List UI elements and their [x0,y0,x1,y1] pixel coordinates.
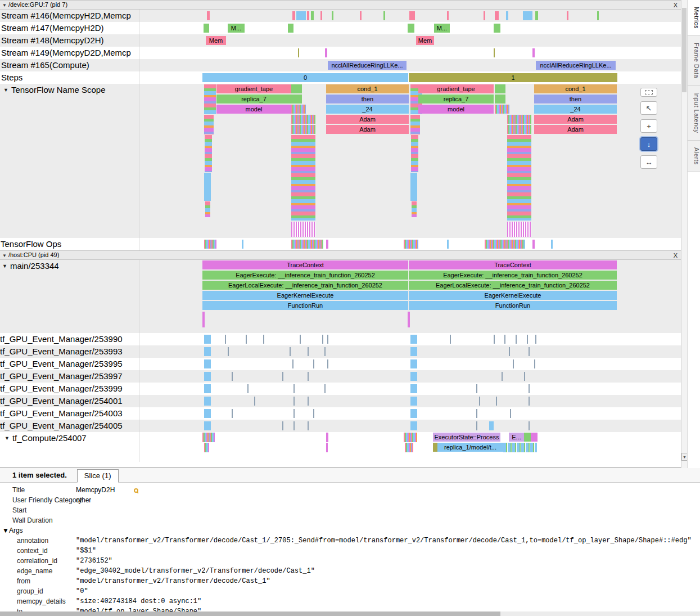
trace-event[interactable] [228,347,229,356]
row-track-stream-165[interactable]: ncclAllReduceRingLLKe...ncclAllReduceRin… [139,59,681,71]
trace-event[interactable] [324,347,326,356]
gpu-close-button[interactable]: X [674,1,678,10]
trace-event[interactable] [479,397,480,406]
trace-event-replica-7[interactable]: replica_7 [216,95,291,104]
trace-event[interactable] [290,347,291,356]
trace-event[interactable] [247,384,249,393]
trace-event[interactable] [232,372,233,381]
trace-event-replica-7[interactable]: replica_7 [418,95,494,104]
trace-event-adam[interactable]: Adam [534,125,617,134]
trace-event[interactable] [327,359,328,368]
trace-event-then[interactable]: then [326,95,409,104]
trace-event[interactable] [308,421,309,430]
trace-event[interactable] [204,347,211,356]
trace-event-tracecontext[interactable]: TraceContext [202,260,408,269]
trace-event[interactable] [327,335,328,344]
trace-event[interactable] [410,409,417,418]
trace-event[interactable] [524,372,525,381]
trace-event-eagerkernelexecute[interactable]: EagerKernelExecute [409,291,617,300]
trace-event[interactable] [516,335,517,344]
trace-event[interactable] [494,48,495,57]
trace-event[interactable] [529,347,530,356]
trace-event[interactable] [529,397,530,406]
trace-event[interactable] [204,335,211,344]
cpu-close-button[interactable]: X [674,251,678,260]
trace-event[interactable] [360,11,362,20]
trace-event[interactable] [567,11,568,20]
row-track-stream-146[interactable] [139,10,681,22]
trace-event[interactable] [300,335,301,344]
trace-event-m[interactable]: M... [228,24,245,33]
trace-event[interactable] [476,409,477,418]
vertical-scrollbar[interactable]: ▼ [681,0,687,468]
timing-tool[interactable]: ↔ [640,155,657,169]
cpu-section-header[interactable]: ▼/host:CPU (pid 49) X [0,250,681,260]
row-track-stream-149[interactable] [139,47,681,59]
trace-event[interactable] [510,409,511,418]
trace-event[interactable] [307,11,309,20]
row-track-event-253999[interactable] [139,383,681,395]
trace-event-eagerlocalexecute-inference-train-function-260252[interactable]: EagerLocalExecute: __inference_train_fun… [202,281,408,290]
trace-event[interactable] [232,409,233,418]
trace-event[interactable] [324,384,326,393]
trace-event[interactable] [496,397,497,406]
trace-event[interactable] [484,11,485,20]
trace-event[interactable] [433,443,437,452]
trace-event[interactable] [529,421,530,430]
trace-event[interactable] [204,384,211,393]
trace-event[interactable] [494,335,495,344]
trace-event-functionrun[interactable]: FunctionRun [202,301,408,310]
row-track-main-253344[interactable]: TraceContextTraceContextEagerExecute: __… [139,260,681,333]
trace-event-eagerkernelexecute[interactable]: EagerKernelExecute [202,291,408,300]
select-tool[interactable]: ↖ [640,101,657,115]
trace-event[interactable] [450,335,451,344]
row-track-event-254003[interactable] [139,407,681,420]
collapse-arrow-icon[interactable]: ▼ [2,253,7,258]
trace-event[interactable] [495,11,499,20]
horizontal-scrollbar[interactable] [0,611,700,616]
row-track-event-253990[interactable] [139,333,681,345]
side-tab-metrics[interactable]: Metrics [688,0,700,36]
trace-event[interactable] [204,372,211,381]
trace-event-mem[interactable]: Mem [206,36,226,45]
trace-event-eagerexecute-inference-train-function-260252[interactable]: EagerExecute: __inference_train_function… [409,271,617,280]
row-track-event-254001[interactable] [139,395,681,407]
trace-event-eagerlocalexecute-inference-train-function-260252[interactable]: EagerLocalExecute: __inference_train_fun… [409,281,617,290]
trace-event-0[interactable]: 0 [202,73,408,82]
row-track-event-253995[interactable] [139,358,681,370]
expand-arrow-icon[interactable]: ▼ [3,87,8,93]
trace-event[interactable] [293,384,295,393]
trace-event[interactable] [332,11,333,20]
row-track-steps[interactable]: 01 [139,71,681,84]
trace-event[interactable] [509,347,510,356]
trace-event-executorstate-process[interactable]: ExecutorState::Process [433,433,500,442]
row-label-tf-name-scope[interactable]: ▼TensorFlow Name Scope [0,84,139,238]
trace-event[interactable] [293,421,295,430]
trace-event-24[interactable]: _24 [326,105,409,114]
trace-event[interactable] [298,48,299,57]
trace-event[interactable] [535,11,538,20]
row-track-event-253997[interactable] [139,370,681,383]
trace-event[interactable] [532,48,535,57]
trace-event-ncclallreduceringllke[interactable]: ncclAllReduceRingLLKe... [536,61,616,70]
scrollbar-thumb[interactable] [682,8,687,92]
trace-event-gradient-tape[interactable]: gradient_tape [216,84,291,93]
trace-event[interactable] [204,359,211,368]
trace-event[interactable] [293,397,295,406]
trace-event[interactable] [529,384,530,393]
trace-event[interactable] [308,372,309,381]
side-tab-input-latency[interactable]: Input Latency [688,86,700,141]
trace-event[interactable] [531,433,538,442]
args-section-header[interactable]: ▼Args [0,525,700,536]
zoom-tool[interactable]: ↓ [640,137,657,151]
trace-event[interactable] [288,24,293,33]
trace-event[interactable] [204,397,211,406]
row-track-stream-148[interactable]: MemMem [139,34,681,47]
row-track-tf-compute-254007[interactable]: ExecutorState::ProcessE...replica_1/mode… [139,432,681,462]
trace-event[interactable] [308,347,309,356]
trace-event[interactable] [282,372,283,381]
magnifier-icon[interactable] [134,488,138,493]
trace-event[interactable] [597,11,599,20]
trace-event-replica-1-model-t[interactable]: replica_1/model/t... [437,443,503,452]
row-label-main-253344[interactable]: ▼main/253344 [0,260,139,333]
